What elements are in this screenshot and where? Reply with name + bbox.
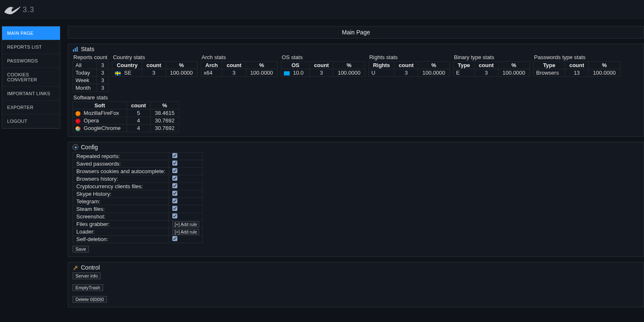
table-row: U3100.0000 [369, 69, 449, 77]
control-header: Control [68, 262, 644, 272]
table-row: Today3 [73, 69, 109, 77]
delete-0-0-0-0-button[interactable]: Delete 0|0|0|0 [73, 296, 107, 303]
topbar: 3.3 [0, 0, 644, 20]
table-row: All3 [73, 62, 109, 69]
stat-table: Countrycount% SE3100.0000 [112, 61, 197, 77]
config-row: Saved passwords: [73, 160, 203, 168]
stat-table: Archcount% x643100.0000 [201, 61, 278, 77]
ff-browser-icon [75, 111, 80, 116]
sidebar-item-important-links[interactable]: IMPORTANT LINKS [2, 87, 60, 101]
stat-table: OScount% 10.03100.0000 [281, 61, 365, 77]
sidebar-item-logout[interactable]: LOGOUT [2, 114, 60, 128]
config-checkbox[interactable] [172, 183, 177, 188]
stats-icon [73, 46, 78, 52]
config-label: Cryptocurrency clients files: [73, 183, 169, 190]
config-label: Self-deletion: [73, 236, 169, 243]
control-panel: Control Server infoEmptyTrashDelete 0|0|… [68, 262, 644, 307]
wrench-icon [73, 265, 78, 270]
save-button[interactable]: Save [73, 246, 89, 252]
add-rule-button[interactable]: [+] Add rule [172, 221, 199, 227]
table-row: SE3100.0000 [112, 69, 197, 77]
sidebar-item-cookies-converter[interactable]: COOKIES CONVERTER [2, 68, 60, 87]
config-checkbox[interactable] [172, 161, 177, 166]
stat-block-title: Country stats [112, 54, 197, 61]
server-info-button[interactable]: Server info [73, 273, 101, 279]
config-label: Browsers history: [73, 175, 169, 183]
sidebar-item-exporter[interactable]: EXPORTER [2, 101, 60, 114]
config-row: Repeated reports: [73, 153, 203, 160]
config-label: Skype History: [73, 190, 169, 198]
stat-block-title: Arch stats [201, 54, 278, 61]
config-label: Telegram: [73, 198, 169, 205]
config-row: Self-deletion: [73, 236, 203, 243]
stat-table: Typecount% Browsers13100.0000 [533, 61, 621, 77]
table-row: 10.03100.0000 [281, 69, 365, 77]
add-rule-button[interactable]: [+] Add rule [172, 229, 199, 235]
config-row: Loader:[+] Add rule [73, 228, 203, 236]
config-row: Files grabber:[+] Add rule [73, 221, 203, 228]
config-row: Telegram: [73, 198, 203, 205]
config-row: Screenshot: [73, 213, 203, 221]
stat-table: All3Today3Week3Month3 [73, 61, 109, 92]
config-row: Browsers history: [73, 175, 203, 183]
config-row: Skype History: [73, 190, 203, 198]
gc-browser-icon [75, 126, 80, 131]
svg-rect-2 [77, 47, 78, 52]
app-version: 3.3 [23, 5, 34, 14]
config-checkbox[interactable] [172, 153, 177, 158]
main-content: Main Page Stats Reports countAll3Today3W… [60, 20, 644, 322]
table-row: GoogleChrome430.7692 [73, 125, 179, 132]
config-row: Steam files: [73, 205, 203, 213]
stat-block-title: Software stats [73, 94, 639, 101]
sidebar-item-main-page[interactable]: MAIN PAGE [2, 26, 60, 40]
flag-se-icon [115, 71, 121, 75]
config-checkbox[interactable] [172, 168, 177, 173]
flag-win-icon [284, 71, 290, 75]
emptytrash-button[interactable]: EmptyTrash [73, 284, 103, 291]
config-table: Repeated reports:Saved passwords:Browser… [73, 152, 203, 243]
config-checkbox[interactable] [172, 213, 177, 218]
config-label: Files grabber: [73, 221, 169, 228]
table-row: Month3 [73, 84, 109, 92]
stats-header: Stats [68, 44, 644, 53]
stat-block-title: Reports count [73, 54, 109, 61]
config-header: Config [68, 142, 644, 151]
config-checkbox[interactable] [172, 198, 177, 203]
stat-block-title: Binary type stats [453, 54, 530, 61]
config-radio-icon [73, 144, 78, 150]
sidebar-item-reports-list[interactable]: REPORTS LIST [2, 40, 60, 54]
config-checkbox[interactable] [172, 191, 177, 196]
op-browser-icon [75, 119, 80, 124]
sidebar: MAIN PAGEREPORTS LISTPASSWORDSCOOKIES CO… [2, 26, 60, 129]
table-row: Week3 [73, 77, 109, 84]
table-row: MozillaFireFox538.4615 [73, 109, 179, 117]
stat-table: Typecount% E3100.0000 [453, 61, 530, 77]
stat-block-title: Rights stats [369, 54, 450, 61]
stats-panel: Stats Reports countAll3Today3Week3Month3… [68, 44, 644, 137]
sidebar-item-passwords[interactable]: PASSWORDS [2, 54, 60, 68]
table-row: x643100.0000 [201, 69, 277, 77]
table-row: Opera430.7692 [73, 117, 179, 125]
config-label: Steam files: [73, 205, 169, 213]
svg-rect-1 [75, 48, 76, 52]
config-panel: Config Repeated reports:Saved passwords:… [68, 142, 644, 257]
table-row: Browsers13100.0000 [533, 69, 620, 77]
config-checkbox[interactable] [172, 206, 177, 211]
config-checkbox[interactable] [172, 236, 177, 241]
app-logo-eagle-icon [3, 3, 22, 17]
config-row: Cryptocurrency clients files: [73, 183, 203, 190]
stat-block-title: OS stats [281, 54, 365, 61]
svg-rect-0 [73, 49, 74, 52]
config-label: Loader: [73, 228, 169, 236]
config-label: Repeated reports: [73, 153, 169, 160]
config-checkbox[interactable] [172, 176, 177, 181]
table-row: E3100.0000 [453, 69, 530, 77]
config-label: Screenshot: [73, 213, 169, 221]
config-label: Browsers cookies and autocomplete: [73, 168, 169, 175]
page-title: Main Page [68, 26, 644, 39]
config-label: Saved passwords: [73, 160, 169, 168]
stat-table: Rightscount% U3100.0000 [369, 61, 450, 77]
config-row: Browsers cookies and autocomplete: [73, 168, 203, 175]
stat-table: Softcount% MozillaFireFox538.4615 Opera4… [73, 101, 179, 132]
stat-block-title: Passwords type stats [533, 54, 621, 61]
